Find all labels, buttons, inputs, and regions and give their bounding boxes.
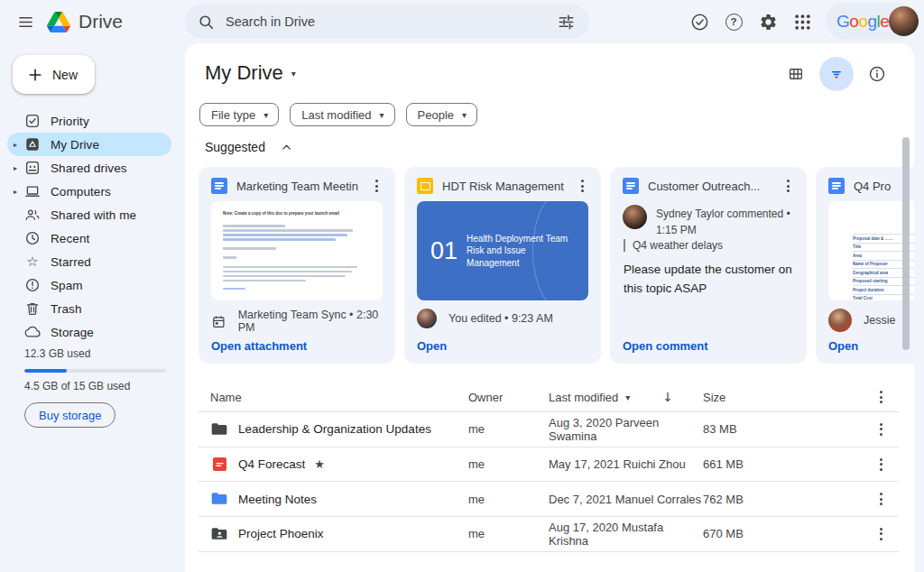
storage-progress-bar[interactable] xyxy=(24,369,166,373)
settings-button[interactable] xyxy=(751,5,785,39)
table-row-project-phoenix[interactable]: Project Phoenix me Aug 17, 2020 Mustafa … xyxy=(199,517,899,552)
account-avatar[interactable] xyxy=(889,6,919,36)
row-overflow-icon[interactable] xyxy=(873,491,889,507)
table-options-icon[interactable] xyxy=(873,389,889,405)
chip-file-type[interactable]: File type ▾ xyxy=(199,103,279,126)
column-last-modified[interactable]: Last modified ▾ ↓ xyxy=(549,390,703,404)
expand-arrow-icon[interactable]: ▸ xyxy=(12,164,24,172)
storage-quota-label: 4.5 GB of 15 GB used xyxy=(24,380,166,392)
info-icon xyxy=(868,65,886,83)
table-header: Name Owner Last modified ▾ ↓ Size xyxy=(199,383,899,412)
column-owner[interactable]: Owner xyxy=(468,391,549,404)
sidebar-item-trash[interactable]: Trash xyxy=(7,297,171,320)
page-title: My Drive xyxy=(205,61,283,85)
details-button[interactable] xyxy=(862,59,892,89)
suggested-card-hdt[interactable]: HDT Risk Management 01 Health Deployment… xyxy=(404,167,601,364)
priority-icon xyxy=(24,113,41,129)
card-meta-text: Marketing Team Sync • 2:30 PM xyxy=(238,309,395,334)
buy-storage-button[interactable]: Buy storage xyxy=(24,402,116,428)
sidebar: New Priority ▸ My Drive ▸ Shared drives … xyxy=(0,43,185,572)
suggested-card-q4[interactable]: Q4 Pro Proposal date & ……TitleAreaName o… xyxy=(816,167,914,364)
comment-body: Please update the customer on this topic… xyxy=(624,261,792,299)
suggested-card-marketing[interactable]: Marketing Team Meetin... Note: Create a … xyxy=(199,167,395,364)
table-row-leadership[interactable]: Leadership & Organization Updates me Aug… xyxy=(199,412,899,447)
size-cell: 83 MB xyxy=(703,422,863,436)
sidebar-item-recent[interactable]: Recent xyxy=(7,226,171,250)
column-size[interactable]: Size xyxy=(703,391,863,404)
suggested-card-customer-outreach[interactable]: Customer Outreach... Sydney Taylor comme… xyxy=(610,167,807,364)
expand-arrow-icon[interactable]: ▸ xyxy=(12,188,24,196)
filter-button[interactable] xyxy=(819,57,854,91)
search-input[interactable] xyxy=(226,14,551,29)
suggested-section-toggle[interactable]: Suggested xyxy=(205,140,292,154)
search-options-button[interactable] xyxy=(551,7,580,36)
open-link[interactable]: Open xyxy=(828,339,858,353)
shared-folder-icon xyxy=(210,525,228,543)
card-meta-text: You edited • 9:23 AM xyxy=(448,312,553,325)
slides-icon xyxy=(417,178,433,194)
open-attachment-link[interactable]: Open attachment xyxy=(211,339,307,353)
caret-down-icon: ▾ xyxy=(380,110,384,120)
open-link[interactable]: Open xyxy=(417,339,447,353)
sort-direction-icon[interactable]: ↓ xyxy=(662,390,673,404)
page-title-row[interactable]: My Drive ▾ xyxy=(205,61,296,85)
main-panel: My Drive ▾ File type ▾ Last modified ▾ P… xyxy=(185,43,914,572)
menu-button[interactable] xyxy=(7,4,43,40)
slide-preview[interactable]: 01 Health Deployment Team Risk and Issue… xyxy=(417,201,588,300)
pdf-icon xyxy=(210,456,228,474)
grid-view-button[interactable] xyxy=(781,59,811,89)
card-overflow-icon[interactable] xyxy=(368,178,384,194)
help-button[interactable]: ? xyxy=(716,5,751,39)
star-icon: ☆ xyxy=(24,254,41,270)
owner-cell: me xyxy=(468,422,549,436)
sidebar-item-starred[interactable]: ☆ Starred xyxy=(7,250,171,273)
slide-decoration xyxy=(532,201,588,300)
row-overflow-icon[interactable] xyxy=(873,457,889,473)
search-icon[interactable] xyxy=(198,14,215,31)
account-pill: Google xyxy=(826,3,916,40)
table-row-meeting-notes[interactable]: Meeting Notes me Dec 7, 2021 Manuel Corr… xyxy=(199,482,899,517)
expand-arrow-icon[interactable]: ▸ xyxy=(12,141,24,149)
caret-down-icon: ▾ xyxy=(263,110,268,120)
vertical-scrollbar[interactable] xyxy=(902,137,910,350)
folder-blue-icon xyxy=(210,490,228,508)
sidebar-item-computers[interactable]: ▸ Computers xyxy=(7,180,171,203)
new-button[interactable]: New xyxy=(13,55,95,94)
doc-preview[interactable]: Proposal date & ……TitleAreaName of Propo… xyxy=(828,201,914,300)
caret-down-icon: ▾ xyxy=(625,392,630,402)
offline-status-button[interactable] xyxy=(682,5,716,39)
row-overflow-icon[interactable] xyxy=(873,421,889,438)
doc-preview[interactable]: Note: Create a copy of this doc to prepa… xyxy=(211,201,383,300)
filter-chips: File type ▾ Last modified ▾ People ▾ xyxy=(199,103,477,126)
sidebar-item-my-drive[interactable]: ▸ My Drive xyxy=(7,133,171,156)
apps-grid-icon xyxy=(794,14,811,31)
shared-with-me-icon xyxy=(24,207,41,223)
modified-cell: Aug 3, 2020 Parveen Swamina xyxy=(549,416,703,443)
chip-last-modified[interactable]: Last modified ▾ xyxy=(290,103,394,126)
open-comment-link[interactable]: Open comment xyxy=(623,339,708,353)
search-bar[interactable] xyxy=(185,5,589,39)
owner-cell: me xyxy=(468,527,549,540)
apps-grid-button[interactable] xyxy=(785,5,819,39)
sidebar-item-priority[interactable]: Priority xyxy=(7,109,171,133)
file-table: Name Owner Last modified ▾ ↓ Size Leader… xyxy=(199,383,899,552)
column-name[interactable]: Name xyxy=(199,391,468,404)
filter-list-icon xyxy=(828,66,845,82)
row-overflow-icon[interactable] xyxy=(873,526,889,542)
card-overflow-icon[interactable] xyxy=(780,178,796,194)
storage-progress-fill xyxy=(24,369,67,373)
comment-author: Sydney Taylor commented • xyxy=(656,206,790,222)
sidebar-item-spam[interactable]: Spam xyxy=(7,273,171,297)
sidebar-item-shared-with-me[interactable]: Shared with me xyxy=(7,203,171,226)
sidebar-item-storage[interactable]: Storage xyxy=(7,320,171,344)
card-overflow-icon[interactable] xyxy=(574,178,590,194)
drive-logo-icon xyxy=(47,12,70,32)
sidebar-item-shared-drives[interactable]: ▸ Shared drives xyxy=(7,156,171,180)
storage-used-label: 12.3 GB used xyxy=(24,347,166,360)
table-row-q4-forecast[interactable]: Q4 Forecast ★ me May 17, 2021 Ruichi Zho… xyxy=(199,447,899,483)
topbar-actions: ? xyxy=(682,4,819,40)
chip-people[interactable]: People ▾ xyxy=(406,103,478,126)
modified-cell: Aug 17, 2020 Mustafa Krishna xyxy=(549,521,703,548)
my-drive-icon xyxy=(24,136,41,152)
drive-brand[interactable]: Drive xyxy=(47,0,123,43)
